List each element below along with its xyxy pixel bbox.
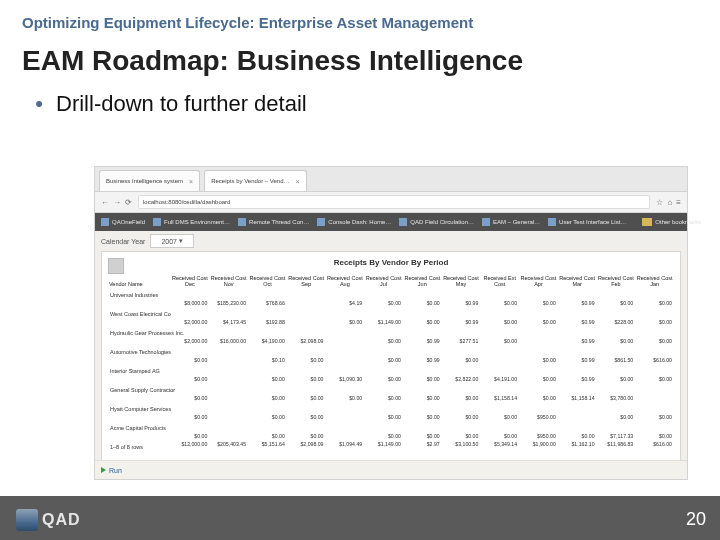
table-row: $0.00$0.00$0.00$0.00$0.00$0.00$0.00$1,15…: [108, 394, 674, 402]
cell-value: $4,190.00: [248, 337, 287, 345]
reload-icon[interactable]: ⟳: [125, 198, 132, 207]
cell-value: $0.00: [403, 394, 442, 402]
vendor-name[interactable]: Universal Industries: [108, 288, 674, 299]
cell-value: $1,090.30: [326, 375, 365, 383]
column-header[interactable]: Received CostJan: [635, 274, 674, 288]
close-icon[interactable]: ×: [189, 178, 193, 185]
vendor-name[interactable]: Acme Capital Products: [108, 421, 674, 432]
bookmark-6[interactable]: EAM – General…: [482, 218, 540, 226]
browser-tab-strip: Business Intelligence system × Receipts …: [95, 167, 687, 192]
bookmark-2[interactable]: Full DMS Environment…: [153, 218, 230, 226]
slide-footer: QAD 20: [0, 496, 720, 540]
total-cell: $205,403.45: [209, 440, 248, 451]
bookmark-4[interactable]: Console Dash: Home…: [317, 218, 391, 226]
run-bar: Run: [95, 460, 687, 479]
column-header[interactable]: Received CostSep: [287, 274, 326, 288]
run-button[interactable]: Run: [101, 467, 122, 474]
bookmark-5[interactable]: QAD Field Circulation…: [399, 218, 474, 226]
url-input[interactable]: localhost:8080/cedilla/dashboard: [138, 195, 650, 209]
cell-value: $0.00: [364, 356, 403, 364]
tab-2-label: Receipts by Vendor – Vend…: [211, 178, 289, 184]
column-header[interactable]: Received CostJun: [403, 274, 442, 288]
cell-value: $616.00: [635, 356, 674, 364]
row-count-note: 1–8 of 8 rows: [108, 440, 171, 451]
star-icon[interactable]: ☆: [656, 198, 663, 207]
cell-value: $185,230.00: [209, 299, 248, 307]
column-header[interactable]: Vendor Name: [108, 274, 171, 288]
bookmark-1[interactable]: QAOneField: [101, 218, 145, 226]
cell-value: $0.00: [364, 432, 403, 440]
vendor-name[interactable]: General Supply Contractor: [108, 383, 674, 394]
column-header[interactable]: Received CostOct: [248, 274, 287, 288]
brand-logo: QAD: [16, 509, 81, 531]
page-number: 20: [686, 509, 706, 530]
vendor-name[interactable]: Hyatt Computer Services: [108, 402, 674, 413]
cell-value: $1,149.00: [364, 318, 403, 326]
cell-value: $0.99: [558, 318, 597, 326]
vendor-name[interactable]: West Coast Electrical Co: [108, 307, 674, 318]
column-header[interactable]: Received ExtCost: [480, 274, 519, 288]
cell-value: [209, 375, 248, 383]
back-icon[interactable]: ←: [101, 198, 109, 207]
cell-value: $0.99: [442, 299, 481, 307]
cell-value: $0.00: [403, 432, 442, 440]
cell-value: $2,822.00: [442, 375, 481, 383]
browser-tab-1[interactable]: Business Intelligence system ×: [99, 170, 200, 191]
cell-value: $0.00: [442, 432, 481, 440]
home-icon[interactable]: ⌂: [667, 198, 672, 207]
cell-value: $0.00: [597, 337, 636, 345]
cell-value: $8,000.00: [171, 299, 210, 307]
table-row: $2,000.00$16,000.00$4,190.00$2,098.09$0.…: [108, 337, 674, 345]
cell-value: $0.00: [480, 318, 519, 326]
cell-value: $0.00: [248, 413, 287, 421]
vendor-name[interactable]: Interior Stamped AG: [108, 364, 674, 375]
column-header[interactable]: Received CostDec: [171, 274, 210, 288]
cell-value: $0.00: [287, 375, 326, 383]
cell-value: $950.00: [519, 413, 558, 421]
column-header[interactable]: Received CostFeb: [597, 274, 636, 288]
cell-value: $0.00: [287, 394, 326, 402]
vendor-name[interactable]: Automotive Technologies: [108, 345, 674, 356]
column-header[interactable]: Received CostNov: [209, 274, 248, 288]
cell-value: [209, 394, 248, 402]
bookmark-other[interactable]: Other bookmarks: [642, 218, 701, 226]
total-cell: $2,098.09: [287, 440, 326, 451]
menu-icon[interactable]: ≡: [676, 198, 681, 207]
total-cell: $1,162.10: [558, 440, 597, 451]
year-select[interactable]: 2007 ▾: [150, 234, 194, 248]
cell-value: $0.99: [558, 375, 597, 383]
total-cell: $5,349.14: [480, 440, 519, 451]
cell-value: $0.00: [248, 375, 287, 383]
browser-tab-2-active[interactable]: Receipts by Vendor – Vend… ×: [204, 170, 306, 191]
cell-value: $0.00: [480, 337, 519, 345]
cell-value: $0.00: [364, 375, 403, 383]
cell-value: $0.00: [287, 413, 326, 421]
close-icon[interactable]: ×: [296, 178, 300, 185]
cell-value: $0.00: [364, 337, 403, 345]
cell-value: $0.00: [442, 413, 481, 421]
column-header[interactable]: Received CostMay: [442, 274, 481, 288]
cell-value: $0.00: [171, 432, 210, 440]
forward-icon[interactable]: →: [113, 198, 121, 207]
bookmark-icon: [399, 218, 407, 226]
bookmark-3[interactable]: Remote Thread Con…: [238, 218, 309, 226]
cell-value: $0.00: [519, 394, 558, 402]
vendor-name[interactable]: Hydraulic Gear Processes Inc.: [108, 326, 674, 337]
column-header[interactable]: Received CostAug: [326, 274, 365, 288]
bookmark-7[interactable]: User Test Interface List…: [548, 218, 626, 226]
cell-value: $4,191.00: [480, 375, 519, 383]
cell-value: $0.00: [248, 432, 287, 440]
bullet-text: Drill-down to further detail: [56, 91, 307, 117]
cell-value: $0.00: [635, 337, 674, 345]
column-header[interactable]: Received CostApr: [519, 274, 558, 288]
filter-label: Calendar Year: [101, 238, 145, 245]
column-header[interactable]: Received CostMar: [558, 274, 597, 288]
folder-icon: [642, 218, 652, 226]
cell-value: $0.00: [519, 375, 558, 383]
page-title: EAM Roadmap: Business Intelligence: [22, 45, 698, 77]
cell-value: $0.00: [635, 413, 674, 421]
cell-value: $228.00: [597, 318, 636, 326]
column-header[interactable]: Received CostJul: [364, 274, 403, 288]
brand-text: QAD: [42, 511, 81, 529]
cell-value: $0.00: [480, 413, 519, 421]
